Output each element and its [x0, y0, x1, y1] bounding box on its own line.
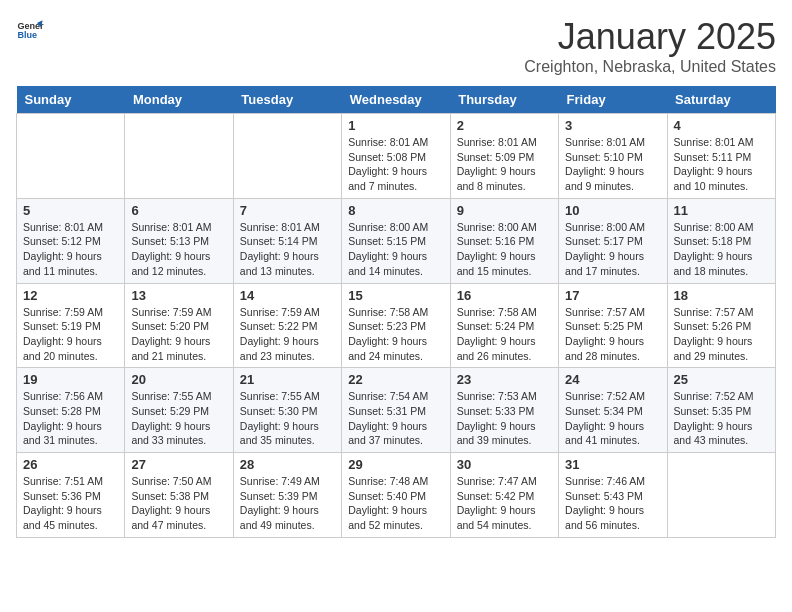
day-cell: 30Sunrise: 7:47 AM Sunset: 5:42 PM Dayli…	[450, 453, 558, 538]
days-header-row: SundayMondayTuesdayWednesdayThursdayFrid…	[17, 86, 776, 114]
day-header-wednesday: Wednesday	[342, 86, 450, 114]
day-detail: Sunrise: 7:58 AM Sunset: 5:24 PM Dayligh…	[457, 305, 552, 364]
day-number: 5	[23, 203, 118, 218]
day-cell: 9Sunrise: 8:00 AM Sunset: 5:16 PM Daylig…	[450, 198, 558, 283]
day-cell: 19Sunrise: 7:56 AM Sunset: 5:28 PM Dayli…	[17, 368, 125, 453]
day-number: 1	[348, 118, 443, 133]
day-cell: 11Sunrise: 8:00 AM Sunset: 5:18 PM Dayli…	[667, 198, 775, 283]
day-number: 18	[674, 288, 769, 303]
day-detail: Sunrise: 7:54 AM Sunset: 5:31 PM Dayligh…	[348, 389, 443, 448]
day-cell: 17Sunrise: 7:57 AM Sunset: 5:25 PM Dayli…	[559, 283, 667, 368]
day-number: 12	[23, 288, 118, 303]
day-cell	[17, 114, 125, 199]
logo-icon: General Blue	[16, 16, 44, 44]
day-detail: Sunrise: 7:57 AM Sunset: 5:26 PM Dayligh…	[674, 305, 769, 364]
day-detail: Sunrise: 8:01 AM Sunset: 5:14 PM Dayligh…	[240, 220, 335, 279]
week-row-2: 12Sunrise: 7:59 AM Sunset: 5:19 PM Dayli…	[17, 283, 776, 368]
day-cell: 5Sunrise: 8:01 AM Sunset: 5:12 PM Daylig…	[17, 198, 125, 283]
day-detail: Sunrise: 7:47 AM Sunset: 5:42 PM Dayligh…	[457, 474, 552, 533]
day-cell: 8Sunrise: 8:00 AM Sunset: 5:15 PM Daylig…	[342, 198, 450, 283]
day-number: 27	[131, 457, 226, 472]
day-cell: 28Sunrise: 7:49 AM Sunset: 5:39 PM Dayli…	[233, 453, 341, 538]
day-cell: 3Sunrise: 8:01 AM Sunset: 5:10 PM Daylig…	[559, 114, 667, 199]
day-cell: 13Sunrise: 7:59 AM Sunset: 5:20 PM Dayli…	[125, 283, 233, 368]
logo: General Blue	[16, 16, 44, 44]
day-number: 19	[23, 372, 118, 387]
day-header-monday: Monday	[125, 86, 233, 114]
day-header-thursday: Thursday	[450, 86, 558, 114]
month-title: January 2025	[524, 16, 776, 58]
day-number: 14	[240, 288, 335, 303]
day-number: 26	[23, 457, 118, 472]
day-detail: Sunrise: 8:01 AM Sunset: 5:09 PM Dayligh…	[457, 135, 552, 194]
day-number: 25	[674, 372, 769, 387]
day-number: 22	[348, 372, 443, 387]
day-number: 16	[457, 288, 552, 303]
day-detail: Sunrise: 8:01 AM Sunset: 5:10 PM Dayligh…	[565, 135, 660, 194]
day-detail: Sunrise: 7:52 AM Sunset: 5:35 PM Dayligh…	[674, 389, 769, 448]
svg-text:Blue: Blue	[17, 30, 37, 40]
day-cell: 23Sunrise: 7:53 AM Sunset: 5:33 PM Dayli…	[450, 368, 558, 453]
day-cell: 25Sunrise: 7:52 AM Sunset: 5:35 PM Dayli…	[667, 368, 775, 453]
day-number: 4	[674, 118, 769, 133]
day-number: 15	[348, 288, 443, 303]
day-cell: 10Sunrise: 8:00 AM Sunset: 5:17 PM Dayli…	[559, 198, 667, 283]
day-cell: 18Sunrise: 7:57 AM Sunset: 5:26 PM Dayli…	[667, 283, 775, 368]
day-header-saturday: Saturday	[667, 86, 775, 114]
day-detail: Sunrise: 7:48 AM Sunset: 5:40 PM Dayligh…	[348, 474, 443, 533]
day-number: 29	[348, 457, 443, 472]
day-number: 9	[457, 203, 552, 218]
day-detail: Sunrise: 7:57 AM Sunset: 5:25 PM Dayligh…	[565, 305, 660, 364]
day-number: 11	[674, 203, 769, 218]
day-detail: Sunrise: 7:46 AM Sunset: 5:43 PM Dayligh…	[565, 474, 660, 533]
day-cell: 27Sunrise: 7:50 AM Sunset: 5:38 PM Dayli…	[125, 453, 233, 538]
day-cell: 14Sunrise: 7:59 AM Sunset: 5:22 PM Dayli…	[233, 283, 341, 368]
week-row-4: 26Sunrise: 7:51 AM Sunset: 5:36 PM Dayli…	[17, 453, 776, 538]
day-detail: Sunrise: 8:00 AM Sunset: 5:17 PM Dayligh…	[565, 220, 660, 279]
day-cell: 29Sunrise: 7:48 AM Sunset: 5:40 PM Dayli…	[342, 453, 450, 538]
day-cell: 22Sunrise: 7:54 AM Sunset: 5:31 PM Dayli…	[342, 368, 450, 453]
day-number: 28	[240, 457, 335, 472]
day-header-friday: Friday	[559, 86, 667, 114]
day-cell: 15Sunrise: 7:58 AM Sunset: 5:23 PM Dayli…	[342, 283, 450, 368]
day-number: 3	[565, 118, 660, 133]
day-detail: Sunrise: 8:01 AM Sunset: 5:11 PM Dayligh…	[674, 135, 769, 194]
day-number: 31	[565, 457, 660, 472]
location-title: Creighton, Nebraska, United States	[524, 58, 776, 76]
day-detail: Sunrise: 7:59 AM Sunset: 5:19 PM Dayligh…	[23, 305, 118, 364]
day-cell: 16Sunrise: 7:58 AM Sunset: 5:24 PM Dayli…	[450, 283, 558, 368]
day-number: 2	[457, 118, 552, 133]
day-detail: Sunrise: 8:01 AM Sunset: 5:12 PM Dayligh…	[23, 220, 118, 279]
day-number: 7	[240, 203, 335, 218]
day-cell: 1Sunrise: 8:01 AM Sunset: 5:08 PM Daylig…	[342, 114, 450, 199]
day-detail: Sunrise: 7:52 AM Sunset: 5:34 PM Dayligh…	[565, 389, 660, 448]
day-number: 21	[240, 372, 335, 387]
day-detail: Sunrise: 7:55 AM Sunset: 5:30 PM Dayligh…	[240, 389, 335, 448]
day-detail: Sunrise: 7:56 AM Sunset: 5:28 PM Dayligh…	[23, 389, 118, 448]
day-cell: 4Sunrise: 8:01 AM Sunset: 5:11 PM Daylig…	[667, 114, 775, 199]
day-detail: Sunrise: 8:01 AM Sunset: 5:08 PM Dayligh…	[348, 135, 443, 194]
day-detail: Sunrise: 7:59 AM Sunset: 5:22 PM Dayligh…	[240, 305, 335, 364]
day-cell: 6Sunrise: 8:01 AM Sunset: 5:13 PM Daylig…	[125, 198, 233, 283]
day-detail: Sunrise: 8:00 AM Sunset: 5:18 PM Dayligh…	[674, 220, 769, 279]
day-cell	[233, 114, 341, 199]
week-row-1: 5Sunrise: 8:01 AM Sunset: 5:12 PM Daylig…	[17, 198, 776, 283]
title-area: January 2025 Creighton, Nebraska, United…	[524, 16, 776, 76]
day-number: 10	[565, 203, 660, 218]
day-detail: Sunrise: 8:01 AM Sunset: 5:13 PM Dayligh…	[131, 220, 226, 279]
day-detail: Sunrise: 7:53 AM Sunset: 5:33 PM Dayligh…	[457, 389, 552, 448]
day-detail: Sunrise: 7:59 AM Sunset: 5:20 PM Dayligh…	[131, 305, 226, 364]
day-detail: Sunrise: 7:58 AM Sunset: 5:23 PM Dayligh…	[348, 305, 443, 364]
day-detail: Sunrise: 8:00 AM Sunset: 5:16 PM Dayligh…	[457, 220, 552, 279]
day-detail: Sunrise: 7:55 AM Sunset: 5:29 PM Dayligh…	[131, 389, 226, 448]
day-cell: 24Sunrise: 7:52 AM Sunset: 5:34 PM Dayli…	[559, 368, 667, 453]
day-cell: 31Sunrise: 7:46 AM Sunset: 5:43 PM Dayli…	[559, 453, 667, 538]
day-header-tuesday: Tuesday	[233, 86, 341, 114]
day-header-sunday: Sunday	[17, 86, 125, 114]
week-row-0: 1Sunrise: 8:01 AM Sunset: 5:08 PM Daylig…	[17, 114, 776, 199]
day-cell: 20Sunrise: 7:55 AM Sunset: 5:29 PM Dayli…	[125, 368, 233, 453]
day-number: 20	[131, 372, 226, 387]
day-detail: Sunrise: 8:00 AM Sunset: 5:15 PM Dayligh…	[348, 220, 443, 279]
day-cell	[125, 114, 233, 199]
day-number: 23	[457, 372, 552, 387]
